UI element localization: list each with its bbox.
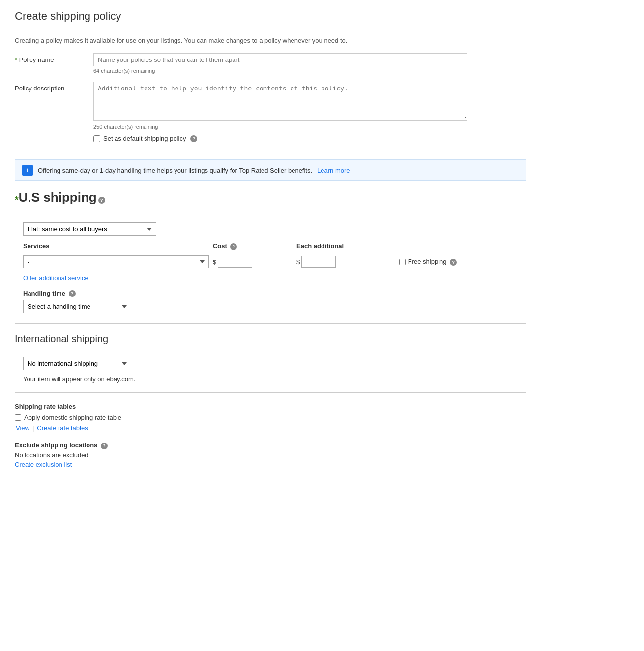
- offer-additional-service-link[interactable]: Offer additional service: [23, 274, 88, 282]
- policy-name-field: 64 character(s) remaining: [93, 53, 526, 74]
- services-row: - USPS First Class Mail USPS Priority Ma…: [23, 253, 518, 270]
- default-policy-checkbox[interactable]: [93, 135, 100, 142]
- learn-more-link[interactable]: Learn more: [317, 167, 350, 174]
- free-shipping-label[interactable]: Free shipping ?: [408, 258, 457, 266]
- cost-input-cell: $: [209, 253, 293, 270]
- pipe-separator: |: [32, 424, 34, 432]
- international-shipping-select[interactable]: No international shipping Offer internat…: [23, 357, 131, 370]
- shipping-type-select[interactable]: Flat: same cost to all buyers Calculated…: [23, 222, 156, 236]
- page-subtitle: Creating a policy makes it available for…: [15, 37, 526, 44]
- handling-time-help-icon[interactable]: ?: [69, 290, 76, 297]
- international-shipping-block: No international shipping Offer internat…: [15, 350, 526, 393]
- service-select-cell: - USPS First Class Mail USPS Priority Ma…: [23, 253, 209, 270]
- policy-description-field: 250 character(s) remaining Set as defaul…: [93, 82, 526, 142]
- exclude-section: Exclude shipping locations ? No location…: [15, 442, 526, 468]
- policy-name-char-count: 64 character(s) remaining: [93, 68, 526, 74]
- us-shipping-required-star: *: [15, 194, 19, 206]
- policy-description-label: Policy description: [15, 82, 93, 92]
- us-shipping-help-icon[interactable]: ?: [98, 197, 105, 204]
- each-additional-input-cell: $: [293, 253, 391, 270]
- us-shipping-section: * U.S shipping ? Flat: same cost to all …: [15, 190, 526, 324]
- default-policy-help-icon[interactable]: ?: [190, 135, 197, 142]
- handling-time-section: Handling time ? Select a handling time S…: [23, 290, 518, 314]
- services-col-header: Services: [23, 242, 209, 253]
- apply-rate-table-label[interactable]: Apply domestic shipping rate table: [24, 414, 121, 421]
- shipping-type-select-wrap: Flat: same cost to all buyers Calculated…: [23, 222, 518, 236]
- rate-table-links-row: View | Create rate tables: [15, 424, 526, 432]
- apply-rate-table-checkbox[interactable]: [15, 414, 21, 421]
- service-select[interactable]: - USPS First Class Mail USPS Priority Ma…: [23, 255, 209, 268]
- free-shipping-checkbox[interactable]: [399, 259, 406, 265]
- page-title: Create shipping policy: [15, 10, 526, 23]
- rate-tables-section: Shipping rate tables Apply domestic ship…: [15, 403, 526, 432]
- create-exclusion-list-link[interactable]: Create exclusion list: [15, 461, 72, 468]
- required-star: *: [15, 56, 17, 63]
- international-shipping-heading: International shipping: [15, 333, 526, 345]
- services-table: Services Cost ? Each additional - USPS F…: [23, 242, 518, 270]
- policy-name-input[interactable]: [93, 53, 467, 66]
- cost-col-header: Cost ?: [209, 242, 293, 253]
- exclude-status: No locations are excluded: [15, 451, 526, 459]
- info-banner: i Offering same-day or 1-day handling ti…: [15, 159, 526, 181]
- free-shipping-cell: Free shipping ?: [391, 253, 518, 270]
- each-additional-col-header: Each additional: [293, 242, 391, 253]
- create-rate-tables-link[interactable]: Create rate tables: [37, 424, 88, 432]
- exclude-help-icon[interactable]: ?: [101, 443, 108, 449]
- default-policy-label[interactable]: Set as default shipping policy: [103, 135, 186, 142]
- policy-name-label: * Policy name: [15, 53, 93, 63]
- section-divider-1: [15, 150, 526, 150]
- international-shipping-section: International shipping No international …: [15, 333, 526, 393]
- rate-table-apply-row: Apply domestic shipping rate table: [15, 414, 526, 421]
- handling-time-select[interactable]: Select a handling time Same day 1 busine…: [23, 300, 131, 313]
- exclude-title: Exclude shipping locations ?: [15, 442, 526, 449]
- policy-name-row: * Policy name 64 character(s) remaining: [15, 53, 526, 74]
- cost-input[interactable]: [218, 256, 252, 268]
- policy-description-row: Policy description 250 character(s) rema…: [15, 82, 526, 142]
- cost-help-icon[interactable]: ?: [230, 243, 237, 250]
- handling-time-label: Handling time ?: [23, 290, 518, 297]
- view-rate-tables-link[interactable]: View: [16, 424, 29, 432]
- title-divider: [15, 28, 526, 28]
- policy-description-textarea[interactable]: [93, 82, 467, 121]
- us-shipping-block: Flat: same cost to all buyers Calculated…: [15, 215, 526, 324]
- info-banner-text: Offering same-day or 1-day handling time…: [38, 167, 312, 174]
- policy-desc-char-count: 250 character(s) remaining: [93, 124, 526, 130]
- rate-tables-title: Shipping rate tables: [15, 403, 526, 410]
- cost-dollar-sign: $: [213, 258, 216, 266]
- each-additional-dollar-sign: $: [296, 258, 300, 266]
- international-shipping-note: Your item will appear only on ebay.com.: [23, 375, 518, 383]
- us-shipping-title: U.S shipping: [19, 190, 97, 205]
- free-shipping-help-icon[interactable]: ?: [450, 259, 457, 266]
- info-icon: i: [22, 165, 33, 176]
- default-policy-row: Set as default shipping policy ?: [93, 135, 526, 142]
- each-additional-input[interactable]: [301, 256, 336, 268]
